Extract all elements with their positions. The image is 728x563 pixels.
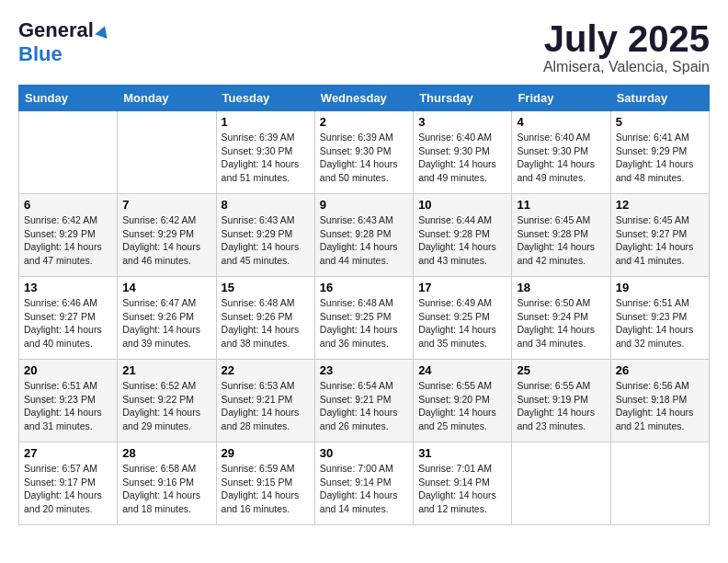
day-number: 18 (517, 281, 605, 294)
day-info: Sunrise: 6:40 AMSunset: 9:30 PMDaylight:… (418, 131, 506, 185)
calendar-week-row: 6Sunrise: 6:42 AMSunset: 9:29 PMDaylight… (19, 194, 710, 277)
day-number: 13 (24, 281, 112, 294)
day-info: Sunrise: 6:39 AMSunset: 9:30 PMDaylight:… (222, 131, 310, 185)
table-row: 1Sunrise: 6:39 AMSunset: 9:30 PMDaylight… (216, 111, 314, 194)
table-row: 6Sunrise: 6:42 AMSunset: 9:29 PMDaylight… (19, 194, 118, 277)
day-info: Sunrise: 6:45 AMSunset: 9:27 PMDaylight:… (616, 213, 704, 268)
table-row: 26Sunrise: 6:56 AMSunset: 9:18 PMDayligh… (610, 360, 709, 442)
day-info: Sunrise: 6:48 AMSunset: 9:25 PMDaylight:… (320, 296, 408, 350)
day-number: 23 (320, 363, 408, 377)
day-number: 22 (222, 363, 310, 377)
table-row: 2Sunrise: 6:39 AMSunset: 9:30 PMDaylight… (314, 111, 413, 194)
table-row: 28Sunrise: 6:58 AMSunset: 9:16 PMDayligh… (118, 442, 216, 525)
day-number: 3 (418, 115, 506, 129)
logo-blue: Blue (18, 42, 109, 66)
day-info: Sunrise: 7:01 AMSunset: 9:14 PMDaylight:… (418, 462, 506, 516)
day-number: 1 (222, 115, 310, 129)
table-row: 4Sunrise: 6:40 AMSunset: 9:30 PMDaylight… (512, 111, 610, 194)
day-number: 8 (222, 198, 310, 212)
day-info: Sunrise: 6:55 AMSunset: 9:19 PMDaylight:… (517, 379, 605, 433)
table-row: 10Sunrise: 6:44 AMSunset: 9:28 PMDayligh… (414, 194, 512, 277)
table-row: 24Sunrise: 6:55 AMSunset: 9:20 PMDayligh… (414, 360, 512, 442)
day-number: 11 (517, 198, 605, 212)
day-number: 25 (517, 363, 605, 377)
col-thursday: Thursday (414, 86, 512, 111)
day-info: Sunrise: 6:53 AMSunset: 9:21 PMDaylight:… (222, 379, 310, 433)
location-title: Almisera, Valencia, Spain (543, 59, 710, 75)
table-row: 17Sunrise: 6:49 AMSunset: 9:25 PMDayligh… (414, 277, 512, 360)
day-number: 7 (122, 198, 210, 212)
table-row: 30Sunrise: 7:00 AMSunset: 9:14 PMDayligh… (314, 442, 413, 525)
day-number: 29 (222, 446, 310, 460)
day-info: Sunrise: 7:00 AMSunset: 9:14 PMDaylight:… (320, 462, 408, 516)
col-saturday: Saturday (610, 86, 709, 111)
day-info: Sunrise: 6:46 AMSunset: 9:27 PMDaylight:… (24, 296, 112, 350)
table-row: 19Sunrise: 6:51 AMSunset: 9:23 PMDayligh… (610, 277, 709, 360)
col-friday: Friday (512, 86, 610, 111)
calendar-header-row: Sunday Monday Tuesday Wednesday Thursday… (19, 86, 710, 111)
day-info: Sunrise: 6:50 AMSunset: 9:24 PMDaylight:… (517, 296, 605, 350)
calendar-week-row: 13Sunrise: 6:46 AMSunset: 9:27 PMDayligh… (19, 277, 710, 360)
day-info: Sunrise: 6:57 AMSunset: 9:17 PMDaylight:… (24, 462, 112, 516)
table-row: 22Sunrise: 6:53 AMSunset: 9:21 PMDayligh… (216, 360, 314, 442)
day-info: Sunrise: 6:51 AMSunset: 9:23 PMDaylight:… (616, 296, 704, 350)
month-title: July 2025 (543, 18, 710, 59)
table-row: 14Sunrise: 6:47 AMSunset: 9:26 PMDayligh… (118, 277, 216, 360)
calendar-table: Sunday Monday Tuesday Wednesday Thursday… (18, 85, 710, 525)
day-number: 28 (122, 446, 210, 460)
day-number: 2 (320, 115, 408, 129)
table-row: 20Sunrise: 6:51 AMSunset: 9:23 PMDayligh… (19, 360, 118, 442)
day-number: 14 (122, 281, 210, 294)
day-info: Sunrise: 6:41 AMSunset: 9:29 PMDaylight:… (616, 131, 704, 185)
table-row: 18Sunrise: 6:50 AMSunset: 9:24 PMDayligh… (512, 277, 610, 360)
table-row: 23Sunrise: 6:54 AMSunset: 9:21 PMDayligh… (314, 360, 413, 442)
table-row: 7Sunrise: 6:42 AMSunset: 9:29 PMDaylight… (118, 194, 216, 277)
day-info: Sunrise: 6:42 AMSunset: 9:29 PMDaylight:… (24, 213, 112, 268)
table-row: 29Sunrise: 6:59 AMSunset: 9:15 PMDayligh… (216, 442, 314, 525)
table-row: 9Sunrise: 6:43 AMSunset: 9:28 PMDaylight… (314, 194, 413, 277)
col-monday: Monday (118, 86, 216, 111)
day-info: Sunrise: 6:47 AMSunset: 9:26 PMDaylight:… (122, 296, 210, 350)
table-row: 27Sunrise: 6:57 AMSunset: 9:17 PMDayligh… (19, 442, 118, 525)
day-info: Sunrise: 6:44 AMSunset: 9:28 PMDaylight:… (418, 213, 506, 268)
day-info: Sunrise: 6:48 AMSunset: 9:26 PMDaylight:… (222, 296, 310, 350)
table-row: 12Sunrise: 6:45 AMSunset: 9:27 PMDayligh… (610, 194, 709, 277)
table-row (610, 442, 709, 525)
day-number: 20 (24, 363, 112, 377)
day-number: 16 (320, 281, 408, 294)
day-number: 30 (320, 446, 408, 460)
day-info: Sunrise: 6:45 AMSunset: 9:28 PMDaylight:… (517, 213, 605, 268)
day-number: 31 (418, 446, 506, 460)
day-info: Sunrise: 6:52 AMSunset: 9:22 PMDaylight:… (122, 379, 210, 433)
table-row (118, 111, 216, 194)
logo: General Blue (18, 18, 109, 67)
day-number: 12 (616, 198, 704, 212)
day-info: Sunrise: 6:43 AMSunset: 9:29 PMDaylight:… (222, 213, 310, 268)
table-row: 5Sunrise: 6:41 AMSunset: 9:29 PMDaylight… (610, 111, 709, 194)
logo-general: General (18, 18, 109, 42)
table-row: 3Sunrise: 6:40 AMSunset: 9:30 PMDaylight… (414, 111, 512, 194)
day-info: Sunrise: 6:54 AMSunset: 9:21 PMDaylight:… (320, 379, 408, 433)
col-tuesday: Tuesday (216, 86, 314, 111)
table-row: 31Sunrise: 7:01 AMSunset: 9:14 PMDayligh… (414, 442, 512, 525)
day-number: 17 (418, 281, 506, 294)
table-row: 21Sunrise: 6:52 AMSunset: 9:22 PMDayligh… (118, 360, 216, 442)
day-number: 21 (122, 363, 210, 377)
table-row: 8Sunrise: 6:43 AMSunset: 9:29 PMDaylight… (216, 194, 314, 277)
col-wednesday: Wednesday (314, 86, 413, 111)
calendar-week-row: 20Sunrise: 6:51 AMSunset: 9:23 PMDayligh… (19, 360, 710, 442)
day-number: 15 (222, 281, 310, 294)
day-number: 9 (320, 198, 408, 212)
day-info: Sunrise: 6:40 AMSunset: 9:30 PMDaylight:… (517, 131, 605, 185)
day-number: 5 (616, 115, 704, 129)
day-info: Sunrise: 6:55 AMSunset: 9:20 PMDaylight:… (418, 379, 506, 433)
table-row: 11Sunrise: 6:45 AMSunset: 9:28 PMDayligh… (512, 194, 610, 277)
table-row: 16Sunrise: 6:48 AMSunset: 9:25 PMDayligh… (314, 277, 413, 360)
day-number: 19 (616, 281, 704, 294)
day-info: Sunrise: 6:58 AMSunset: 9:16 PMDaylight:… (122, 462, 210, 516)
table-row: 15Sunrise: 6:48 AMSunset: 9:26 PMDayligh… (216, 277, 314, 360)
day-number: 24 (418, 363, 506, 377)
table-row (512, 442, 610, 525)
day-info: Sunrise: 6:51 AMSunset: 9:23 PMDaylight:… (24, 379, 112, 433)
day-number: 10 (418, 198, 506, 212)
